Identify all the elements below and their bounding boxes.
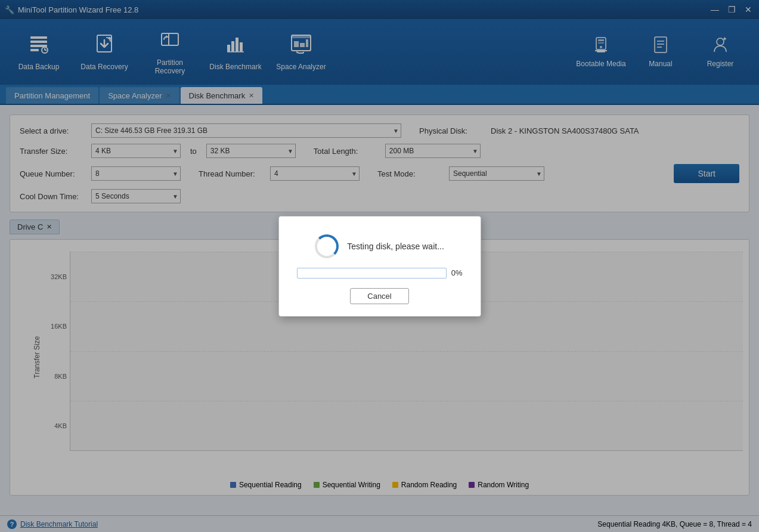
- modal-cancel-button[interactable]: Cancel: [350, 288, 408, 304]
- modal-spinner-row: Testing disk, please wait...: [315, 234, 444, 258]
- loading-spinner: [315, 234, 339, 258]
- testing-modal: Testing disk, please wait... 0% Cancel: [278, 216, 481, 317]
- progress-bar-background: [297, 268, 447, 279]
- modal-overlay: Testing disk, please wait... 0% Cancel: [0, 0, 759, 532]
- modal-message: Testing disk, please wait...: [347, 242, 444, 251]
- progress-percentage: 0%: [451, 268, 463, 277]
- progress-row: 0%: [297, 268, 463, 279]
